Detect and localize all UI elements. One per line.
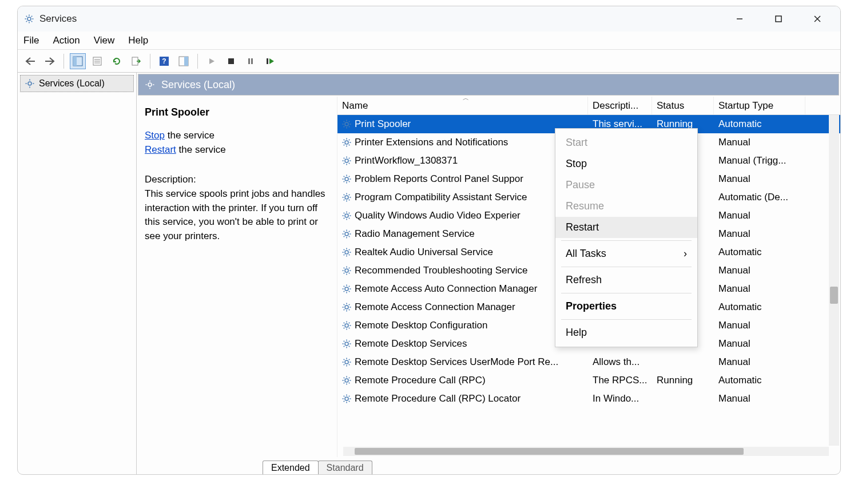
svg-rect-23 xyxy=(184,57,188,66)
horizontal-scrollbar[interactable] xyxy=(343,447,829,456)
restart-service-link[interactable]: Restart xyxy=(145,144,176,155)
menu-action[interactable]: Action xyxy=(53,35,80,46)
minimize-button[interactable] xyxy=(728,10,751,27)
main-pane: Services (Local) Print Spooler Stop the … xyxy=(137,73,840,474)
maximize-button[interactable] xyxy=(767,10,790,27)
gear-icon xyxy=(341,173,352,185)
tree-item-services-local[interactable]: Services (Local) xyxy=(20,75,134,92)
menu-help[interactable]: Help xyxy=(128,35,148,46)
svg-line-61 xyxy=(344,158,345,159)
svg-line-161 xyxy=(349,364,350,366)
pane-header-title: Services (Local) xyxy=(161,79,235,91)
ctx-stop[interactable]: Stop xyxy=(555,153,697,174)
service-name: Realtek Audio Universal Service xyxy=(355,247,493,258)
service-status: Running xyxy=(652,375,714,386)
svg-line-90 xyxy=(344,218,345,219)
tab-extended[interactable]: Extended xyxy=(263,461,319,474)
menu-view[interactable]: View xyxy=(94,35,115,46)
svg-line-126 xyxy=(344,291,345,292)
scrollbar-thumb[interactable] xyxy=(355,448,744,455)
column-name[interactable]: ︿ Name xyxy=(337,97,588,114)
svg-point-56 xyxy=(345,159,348,162)
tree-pane: Services (Local) xyxy=(18,73,137,474)
svg-line-88 xyxy=(344,213,345,214)
stop-service-button[interactable] xyxy=(223,53,239,69)
column-status[interactable]: Status xyxy=(652,97,714,114)
service-row[interactable]: Remote Desktop Services UserMode Port Re… xyxy=(337,353,840,371)
properties-button[interactable] xyxy=(89,53,105,69)
svg-point-28 xyxy=(28,82,31,85)
service-name: Remote Desktop Services UserMode Port Re… xyxy=(355,356,558,368)
service-startup: Manual xyxy=(714,173,805,185)
svg-line-152 xyxy=(349,346,350,347)
svg-line-172 xyxy=(349,378,350,379)
back-button[interactable] xyxy=(22,53,38,69)
menu-file[interactable]: File xyxy=(23,35,39,46)
gear-icon xyxy=(341,155,352,166)
svg-line-100 xyxy=(349,231,350,232)
svg-line-72 xyxy=(344,181,345,182)
description-label: Description: xyxy=(145,173,329,187)
forward-button[interactable] xyxy=(42,53,58,69)
service-row[interactable]: Remote Procedure Call (RPC) LocatorIn Wi… xyxy=(337,390,840,408)
show-hide-tree-button[interactable] xyxy=(70,53,86,69)
window-controls xyxy=(728,10,829,27)
service-name: PrintWorkflow_1308371 xyxy=(355,155,458,166)
gear-icon xyxy=(24,78,35,89)
restart-service-line: Restart the service xyxy=(145,143,329,157)
svg-line-73 xyxy=(349,176,350,177)
scrollbar-thumb[interactable] xyxy=(830,287,838,304)
svg-line-52 xyxy=(344,140,345,141)
svg-line-116 xyxy=(349,273,350,274)
svg-line-118 xyxy=(349,268,350,269)
ctx-separator xyxy=(561,293,692,293)
vertical-scrollbar[interactable] xyxy=(829,115,839,446)
tab-standard[interactable]: Standard xyxy=(318,461,372,474)
svg-point-101 xyxy=(345,251,348,254)
refresh-button[interactable] xyxy=(109,53,125,69)
svg-line-91 xyxy=(349,213,350,214)
gear-icon xyxy=(341,137,352,148)
svg-line-115 xyxy=(344,268,345,269)
ctx-pause-label: Pause xyxy=(566,179,595,191)
restart-service-button[interactable] xyxy=(262,53,278,69)
export-button[interactable] xyxy=(128,53,144,69)
service-name: Remote Access Auto Connection Manager xyxy=(355,283,537,295)
ctx-restart[interactable]: Restart xyxy=(555,217,697,238)
svg-line-135 xyxy=(344,309,345,311)
svg-line-160 xyxy=(344,359,345,360)
pause-service-button[interactable] xyxy=(243,53,259,69)
gear-icon xyxy=(341,265,352,276)
gear-icon xyxy=(341,118,352,130)
column-description[interactable]: Descripti... xyxy=(588,97,652,114)
stop-suffix: the service xyxy=(165,130,214,141)
start-service-button[interactable] xyxy=(204,53,220,69)
svg-line-124 xyxy=(344,286,345,287)
svg-point-128 xyxy=(345,305,348,309)
ctx-all-tasks[interactable]: All Tasks › xyxy=(555,243,697,264)
ctx-properties[interactable]: Properties xyxy=(555,296,697,317)
svg-line-71 xyxy=(349,181,350,182)
column-startup[interactable]: Startup Type xyxy=(714,97,805,114)
help-button[interactable]: ? xyxy=(156,53,172,69)
service-description: In Windo... xyxy=(588,393,652,404)
ctx-refresh[interactable]: Refresh xyxy=(555,269,697,291)
tree-item-label: Services (Local) xyxy=(39,78,105,89)
close-button[interactable] xyxy=(806,10,829,27)
gear-icon xyxy=(341,338,352,350)
svg-line-63 xyxy=(344,163,345,164)
svg-point-155 xyxy=(345,360,348,364)
svg-line-43 xyxy=(344,121,345,122)
svg-line-109 xyxy=(349,249,350,251)
stop-service-link[interactable]: Stop xyxy=(145,130,165,141)
action-pane-button[interactable] xyxy=(176,53,192,69)
service-row[interactable]: Remote Procedure Call (RPC)The RPCS...Ru… xyxy=(337,371,840,390)
svg-line-99 xyxy=(344,236,345,237)
ctx-start: Start xyxy=(555,132,697,153)
service-name: Problem Reports Control Panel Suppor xyxy=(355,173,523,185)
service-name: Remote Procedure Call (RPC) Locator xyxy=(355,393,521,404)
svg-line-144 xyxy=(344,328,345,329)
toolbar-separator xyxy=(63,54,64,69)
ctx-help[interactable]: Help xyxy=(555,322,697,343)
column-name-label: Name xyxy=(342,100,368,112)
